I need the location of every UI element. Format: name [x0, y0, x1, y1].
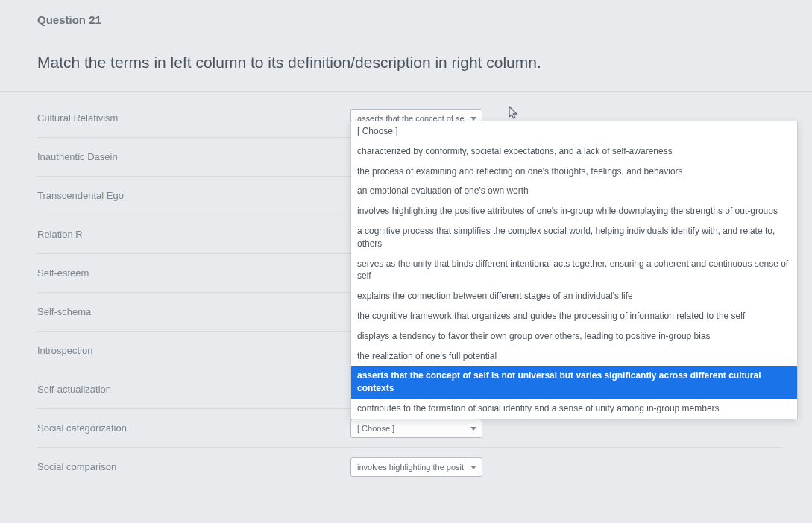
term-label: Transcendental Ego [37, 180, 350, 212]
dropdown-option[interactable]: explains the connection between differen… [351, 286, 797, 306]
term-label: Social categorization [37, 412, 350, 444]
term-label: Relation R [37, 218, 350, 250]
dropdown-option[interactable]: the realization of one's full potential [351, 346, 797, 367]
dropdown-option[interactable]: the cognitive framework that organizes a… [351, 306, 797, 326]
dropdown-option[interactable]: asserts that the concept of self is not … [351, 366, 797, 399]
dropdown-option[interactable]: a cognitive process that simplifies the … [351, 221, 797, 254]
dropdown-option[interactable]: displays a tendency to favor their own g… [351, 326, 797, 346]
term-label: Social comparison [37, 451, 350, 483]
dropdown-option[interactable]: [ Choose ] [351, 121, 797, 142]
term-label: Cultural Relativism [37, 102, 350, 134]
definition-select[interactable]: involves highlighting the posit [350, 457, 482, 477]
term-label: Introspection [37, 335, 350, 367]
question-number: Question 21 [0, 0, 812, 37]
question-instruction: Match the terms in left column to its de… [0, 37, 812, 92]
definition-select[interactable]: [ Choose ] [350, 419, 482, 438]
term-label: Self-schema [37, 296, 350, 328]
term-label: Self-esteem [37, 257, 350, 289]
dropdown-option[interactable]: characterized by conformity, societal ex… [351, 142, 797, 162]
dropdown-option[interactable]: contributes to the formation of social i… [351, 399, 797, 419]
term-label: Self-actualization [37, 373, 350, 405]
dropdown-option[interactable]: an emotional evaluation of one's own wor… [351, 181, 797, 201]
dropdown-option[interactable]: involves highlighting the positive attri… [351, 201, 797, 221]
term-label: Inauthentic Dasein [37, 141, 350, 173]
dropdown-option[interactable]: the process of examining and reflecting … [351, 162, 797, 182]
dropdown-option[interactable]: serves as the unity that binds different… [351, 254, 797, 287]
definition-dropdown-list[interactable]: [ Choose ]characterized by conformity, s… [350, 121, 798, 419]
match-row: Social comparisoninvolves highlighting t… [37, 448, 782, 486]
